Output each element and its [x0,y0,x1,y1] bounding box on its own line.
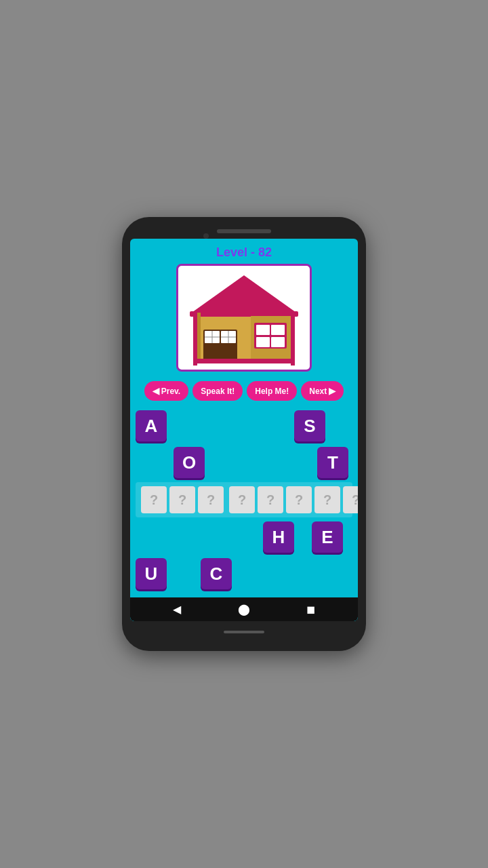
letter-tile-a[interactable]: A [136,410,167,441]
phone-bottom [224,625,264,639]
phone-speaker [217,229,271,233]
svg-rect-17 [197,359,291,363]
letter-row-3: H E [136,519,352,555]
svg-rect-18 [193,311,197,366]
answer-box-1-3[interactable]: ? [198,486,224,513]
svg-rect-16 [271,337,285,347]
action-buttons-row: ◀ Prev. Speak It! Help Me! Next ▶ [130,377,358,405]
speak-button[interactable]: Speak It! [192,381,243,401]
letter-tile-h[interactable]: H [263,521,294,553]
prev-label: Prev. [161,387,180,396]
letter-tile-o[interactable]: O [174,447,205,478]
nav-home-button[interactable]: ⬤ [236,601,252,618]
speak-label: Speak It! [201,387,235,396]
svg-rect-15 [256,337,270,347]
letters-grid: A S O T ? ? ? [130,405,358,597]
next-arrow-icon: ▶ [329,386,336,396]
answer-box-2-5[interactable]: ? [343,486,358,513]
word1-boxes: ? ? ? [141,486,224,513]
nav-back-button[interactable]: ◀ [169,601,185,618]
help-label: Help Me! [255,387,289,396]
letter-tile-s[interactable]: S [294,410,325,441]
answer-box-2-4[interactable]: ? [314,486,340,513]
phone-screen: Level - 82 [130,239,358,621]
letter-row-4: U C [136,555,352,592]
answer-boxes-row: ? ? ? ? ? ? ? ? [136,482,352,517]
phone-nav-bar: ◀ ⬤ ◼ [130,597,358,621]
letter-tile-c[interactable]: C [201,558,232,589]
svg-rect-13 [256,325,270,335]
svg-marker-1 [190,275,298,314]
answer-box-1-2[interactable]: ? [169,486,195,513]
home-bar [224,631,264,633]
phone-device: Level - 82 [122,217,366,651]
letter-tile-t[interactable]: T [317,447,348,478]
letter-tile-u[interactable]: U [136,558,167,589]
prev-button[interactable]: ◀ Prev. [144,381,188,401]
phone-camera [203,233,209,239]
svg-rect-14 [271,325,285,335]
next-button[interactable]: Next ▶ [301,381,344,401]
answer-box-2-1[interactable]: ? [229,486,255,513]
nav-recent-button[interactable]: ◼ [303,601,319,618]
letter-tile-e[interactable]: E [312,521,343,553]
level-title: Level - 82 [130,239,358,264]
word2-boxes: ? ? ? ? ? [229,486,358,513]
puzzle-image [176,264,312,372]
prev-arrow-icon: ◀ [152,386,159,396]
svg-rect-19 [291,311,295,366]
letter-row-1: A S [136,408,352,444]
letter-row-2: O T [136,444,352,481]
house-illustration [183,265,305,370]
answer-box-2-2[interactable]: ? [258,486,283,513]
next-label: Next [309,387,327,396]
help-button[interactable]: Help Me! [247,381,297,401]
answer-box-2-3[interactable]: ? [286,486,312,513]
svg-rect-2 [190,311,298,317]
answer-box-1-1[interactable]: ? [141,486,167,513]
